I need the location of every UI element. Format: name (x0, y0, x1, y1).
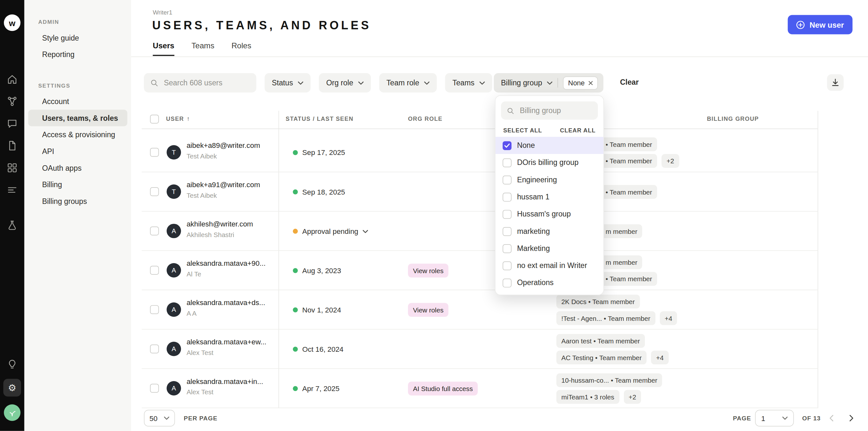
page-label: PAGE (733, 415, 751, 422)
new-user-button[interactable]: New user (788, 15, 852, 34)
labs-icon[interactable] (5, 218, 19, 233)
sidebar-item-account[interactable]: Account (28, 93, 127, 110)
billing-option-hussam-1[interactable]: hussam 1 (495, 189, 603, 205)
billing-group-search-input[interactable] (519, 106, 592, 115)
per-page-select[interactable]: 50 (144, 410, 175, 427)
settings-gear-icon[interactable]: ⚙ (3, 379, 21, 397)
billing-option-engineering[interactable]: Engineering (495, 171, 603, 188)
row-checkbox[interactable] (150, 148, 159, 157)
sidebar-item-api[interactable]: API (28, 143, 127, 160)
billing-option-no-ext-email-in-writer[interactable]: no ext email in Writer (495, 257, 603, 274)
org-role-cell: View roles (408, 290, 448, 329)
option-checkbox[interactable] (503, 261, 512, 270)
row-checkbox[interactable] (150, 226, 159, 235)
filter-org-role[interactable]: Org role (319, 73, 371, 92)
tab-teams[interactable]: Teams (192, 41, 214, 56)
sidebar-item-billing-groups[interactable]: Billing groups (28, 193, 127, 209)
option-checkbox[interactable] (503, 278, 512, 287)
team-extra-chip[interactable]: +4 (651, 350, 669, 364)
row-checkbox[interactable] (150, 187, 159, 196)
icon-rail: w ⚙ (0, 0, 25, 431)
filter-teams[interactable]: Teams (445, 73, 492, 92)
next-page-button[interactable] (844, 411, 859, 426)
sidebar-item-oauth-apps[interactable]: OAuth apps (28, 160, 127, 176)
sidebar-item-users-teams-roles[interactable]: Users, teams, & roles (28, 110, 127, 126)
sidebar-item-reporting[interactable]: Reporting (28, 46, 127, 63)
tab-roles[interactable]: Roles (231, 41, 251, 56)
chevron-down-icon[interactable] (363, 230, 368, 233)
option-checkbox[interactable] (503, 141, 512, 150)
download-button[interactable] (827, 74, 844, 91)
row-checkbox[interactable] (150, 344, 159, 353)
team-chip: Aaron test • Team member (556, 334, 645, 348)
chevron-down-icon (424, 81, 430, 84)
row-checkbox[interactable] (150, 266, 159, 275)
chat-icon[interactable] (5, 116, 19, 131)
billing-option-none[interactable]: None (495, 137, 603, 154)
app-window: w ⚙ ADMINStyle guideReportingSETTINGSAcc… (0, 0, 868, 431)
status-text: Aug 3, 2023 (302, 266, 341, 275)
search-input[interactable] (163, 78, 250, 87)
option-checkbox[interactable] (503, 244, 512, 253)
option-label: DOris billing group (517, 159, 579, 167)
billing-option-marketing[interactable]: marketing (495, 223, 603, 240)
option-checkbox[interactable] (503, 192, 512, 201)
tab-users[interactable]: Users (153, 41, 175, 56)
billing-option-marketing[interactable]: Marketing (495, 240, 603, 257)
filter-label: Status (272, 79, 293, 87)
previous-page-button[interactable] (824, 411, 839, 426)
chevron-down-icon (479, 81, 485, 84)
clear-all-button[interactable]: CLEAR ALL (560, 127, 596, 134)
billing-option-doris-billing-group[interactable]: DOris billing group (495, 154, 603, 171)
page-number-select[interactable]: 1 (755, 410, 794, 427)
option-checkbox[interactable] (503, 158, 512, 167)
row-checkbox[interactable] (150, 305, 159, 314)
user-avatar[interactable] (4, 404, 21, 421)
docs-icon[interactable] (5, 139, 19, 153)
org-role-chip[interactable]: View roles (408, 303, 448, 317)
column-header-user[interactable]: USER↑ (166, 115, 190, 122)
option-label: no ext email in Writer (517, 262, 587, 270)
teams-cell: 2K Docs • Team member!Test - Agen... • T… (556, 290, 677, 329)
workflows-icon[interactable] (5, 94, 19, 109)
option-checkbox[interactable] (503, 175, 512, 184)
clear-filters-button[interactable]: Clear (620, 78, 639, 86)
selected-billing-chip[interactable]: None (563, 76, 598, 89)
team-line: m member (601, 255, 643, 269)
sidebar-item-style-guide[interactable]: Style guide (28, 29, 127, 46)
select-all-checkbox[interactable] (150, 115, 159, 124)
user-name: Test Aibek (186, 192, 274, 199)
writer-logo[interactable]: w (4, 15, 21, 31)
status-dot (293, 150, 298, 155)
filter-billing-group[interactable]: Billing group None (494, 73, 604, 92)
option-checkbox[interactable] (503, 227, 512, 236)
filter-status[interactable]: Status (265, 73, 311, 92)
status-text: Apr 7, 2025 (302, 384, 340, 393)
help-lightbulb-icon[interactable] (5, 356, 19, 371)
billing-option-operations[interactable]: Operations (495, 274, 603, 291)
breadcrumb[interactable]: Writer1 (153, 9, 173, 16)
page-number-value: 1 (761, 414, 765, 422)
billing-option-hussam-s-group[interactable]: Hussam's group (495, 205, 603, 223)
column-header-status: STATUS / LAST SEEN (286, 115, 353, 122)
sidebar-item-billing[interactable]: Billing (28, 176, 127, 193)
team-extra-chip[interactable]: +2 (662, 154, 679, 168)
sidebar-item-access-provisioning[interactable]: Access & provisioning (28, 126, 127, 143)
org-role-chip[interactable]: View roles (408, 263, 448, 277)
home-icon[interactable] (5, 72, 19, 87)
option-checkbox[interactable] (503, 210, 512, 219)
plus-circle-icon (796, 20, 805, 29)
close-icon[interactable] (589, 81, 593, 85)
apps-icon[interactable] (5, 161, 19, 175)
select-all-button[interactable]: SELECT ALL (503, 127, 542, 134)
agents-icon[interactable] (5, 183, 19, 197)
table-row: Aaleksandra.matava+ds...A ANov 1, 2024Vi… (131, 290, 868, 329)
org-role-chip[interactable]: AI Studio full access (408, 382, 478, 396)
team-extra-chip[interactable]: +4 (660, 311, 677, 325)
team-extra-chip[interactable]: +2 (624, 390, 641, 404)
row-checkbox[interactable] (150, 384, 159, 393)
filter-team-role[interactable]: Team role (379, 73, 437, 92)
download-icon (831, 78, 840, 87)
table-row: Aaleksandra.matava+ew...Alex TestOct 16,… (131, 329, 868, 369)
team-chip: 2K Docs • Team member (556, 295, 640, 309)
